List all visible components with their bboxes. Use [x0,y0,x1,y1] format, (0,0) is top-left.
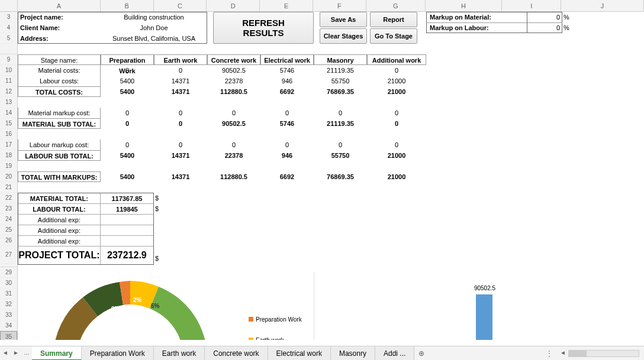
cell-labour_sub-2[interactable]: 22378 [207,150,260,161]
cell-total_costs-1[interactable]: 14371 [154,86,207,97]
client-name-value[interactable]: John Doe [101,22,207,33]
tab-nav-next[interactable]: ► [11,348,21,359]
select-all-corner[interactable] [0,0,18,11]
cell-total_costs-4[interactable]: 76869.35 [314,86,367,97]
row-header-11[interactable]: 11 [0,76,17,86]
cell-material_sub-2[interactable]: 90502.5 [207,118,260,129]
row-header-33[interactable]: 33 [0,310,17,320]
row-header-34[interactable]: 34 [0,320,17,331]
cell-material_costs-5[interactable]: 0 [367,65,426,76]
row-header-29[interactable]: 29 [0,267,17,278]
row-header-35[interactable]: 35 [0,331,17,340]
cell-material_sub-1[interactable]: 0 [154,118,207,129]
cell-material_markup-3[interactable]: 0 [260,108,314,118]
row-header-18[interactable]: 18 [0,150,17,161]
cell-labour_markup-2[interactable]: 0 [207,140,260,150]
additional-exp-1[interactable]: Additional exp: [18,215,101,225]
cell-material_costs-3[interactable]: 5746 [260,65,314,76]
cell-total_costs-3[interactable]: 6692 [260,86,314,97]
clear-stages-button[interactable]: Clear Stages [320,28,367,44]
row-header-5[interactable]: 5 [0,33,17,44]
cell-material_costs-1[interactable]: 0 [154,65,207,76]
row-header-17[interactable]: 17 [0,140,17,150]
row-header-30[interactable]: 30 [0,278,17,288]
row-header-9[interactable]: 9 [0,54,17,65]
col-header-D[interactable]: D [207,0,260,11]
row-header-14[interactable]: 14 [0,108,17,118]
cell-labour_costs-1[interactable]: 14371 [154,76,207,86]
markup-material-value[interactable]: 0 [527,12,562,22]
go-to-stage-button[interactable]: Go To Stage [370,28,417,44]
cell-material_markup-2[interactable]: 0 [207,108,260,118]
row-header-13[interactable]: 13 [0,97,17,108]
cell-total_markups-5[interactable]: 21000 [367,171,426,182]
row-header-4[interactable]: 4 [0,22,17,33]
tab-concrete-work[interactable]: Concrete work [205,346,268,361]
cell-labour_costs-4[interactable]: 55750 [314,76,367,86]
tab-preparation-work[interactable]: Preparation Work [82,346,154,361]
additional-exp-3[interactable]: Additional exp: [18,236,101,246]
tab-electrical-work[interactable]: Electrical work [268,346,331,361]
cell-material_costs-0[interactable]: 0 [101,65,154,76]
report-button[interactable]: Report [370,12,417,27]
cell-material_sub-4[interactable]: 21119.35 [314,118,367,129]
row-header-26[interactable]: 26 [0,235,17,246]
cell-labour_costs-2[interactable]: 22378 [207,76,260,86]
col-header-J[interactable]: J [561,0,644,11]
additional-exp-2[interactable]: Additional exp: [18,225,101,235]
row-header-23[interactable]: 23 [0,203,17,214]
cell-material_costs-2[interactable]: 90502.5 [207,65,260,76]
row-header-10[interactable]: 10 [0,65,17,76]
tab-masonry[interactable]: Masonry [331,346,375,361]
cell-total_costs-0[interactable]: 5400 [101,86,154,97]
cell-total_markups-0[interactable]: 5400 [101,171,154,182]
grid-area[interactable]: Project name: Building construction Clie… [18,12,644,340]
cell-total_costs-5[interactable]: 21000 [367,86,426,97]
col-header-A[interactable]: A [18,0,101,11]
refresh-results-button[interactable]: REFRESH RESULTS [213,12,314,44]
cell-labour_sub-5[interactable]: 21000 [367,150,426,161]
cell-total_markups-1[interactable]: 14371 [154,171,207,182]
cell-labour_sub-3[interactable]: 946 [260,150,314,161]
cell-labour_markup-1[interactable]: 0 [154,140,207,150]
cell-labour_sub-0[interactable]: 5400 [101,150,154,161]
tab-nav-prev[interactable]: ◄ [0,348,11,359]
cell-material_markup-5[interactable]: 0 [367,108,426,118]
cell-labour_sub-1[interactable]: 14371 [154,150,207,161]
save-as-button[interactable]: Save As [320,12,367,27]
row-header-31[interactable]: 31 [0,288,17,299]
add-sheet-button[interactable]: ⊕ [414,349,429,358]
col-header-H[interactable]: H [426,0,503,11]
cell-total_costs-2[interactable]: 112880.5 [207,86,260,97]
address-value[interactable]: Sunset Blvd, California, USA [101,33,207,44]
cell-material_sub-3[interactable]: 5746 [260,118,314,129]
row-header-27[interactable]: 27 [0,246,17,264]
tab-ellipsis[interactable]: ... [21,348,32,359]
row-header-16[interactable]: 16 [0,129,17,140]
col-header-E[interactable]: E [260,0,313,11]
col-header-G[interactable]: G [366,0,426,11]
markup-labour-value[interactable]: 0 [527,22,562,33]
row-header-21[interactable]: 21 [0,182,17,193]
row-header-25[interactable]: 25 [0,225,17,235]
cell-material_markup-1[interactable]: 0 [154,108,207,118]
row-header-3[interactable]: 3 [0,12,17,22]
hscroll-thumb[interactable] [569,351,587,356]
tab-earth-work[interactable]: Earth work [154,346,205,361]
tab-addi-[interactable]: Addi ... [375,346,414,361]
cell-material_sub-5[interactable]: 0 [367,118,426,129]
col-header-B[interactable]: B [101,0,154,11]
cell-total_markups-3[interactable]: 6692 [260,171,314,182]
col-header-F[interactable]: F [313,0,366,11]
row-header-20[interactable]: 20 [0,171,17,182]
tab-summary[interactable]: Summary [32,346,82,361]
col-header-I[interactable]: I [502,0,561,11]
row-header-12[interactable]: 12 [0,86,17,97]
cell-material_sub-0[interactable]: 0 [101,118,154,129]
project-name-value[interactable]: Building construction [101,12,207,22]
hscroll-track[interactable] [568,350,639,357]
cell-labour_costs-5[interactable]: 21000 [367,76,426,86]
cell-total_markups-2[interactable]: 112880.5 [207,171,260,182]
cell-labour_markup-5[interactable]: 0 [367,140,426,150]
cell-labour_costs-3[interactable]: 946 [260,76,314,86]
